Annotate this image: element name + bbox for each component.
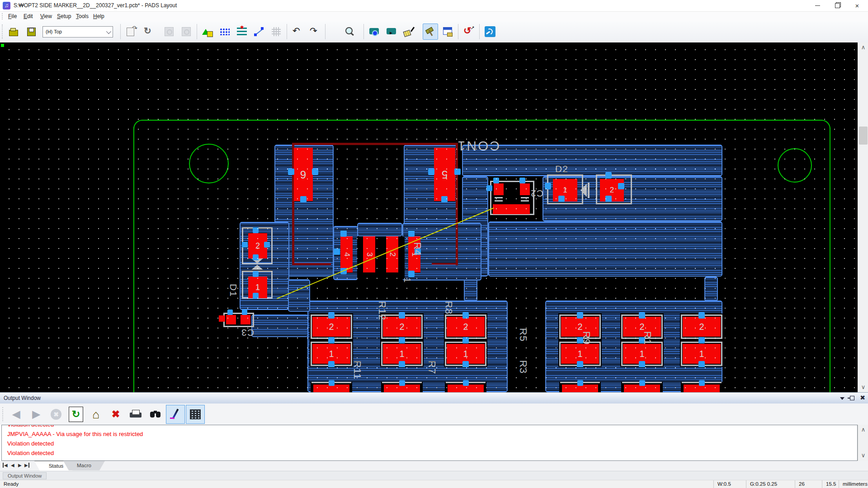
home-button[interactable]: ⌂ <box>86 405 105 424</box>
output-window-dock-label[interactable]: Output Window <box>3 472 47 479</box>
copper-pour[interactable] <box>357 223 402 236</box>
pad[interactable] <box>384 385 420 392</box>
connection-point[interactable] <box>639 312 645 319</box>
connection-point[interactable] <box>399 337 405 343</box>
scroll-up-icon[interactable]: ∧ <box>858 42 868 52</box>
pad[interactable]: 2 <box>386 236 398 272</box>
connection-point[interactable] <box>328 361 335 367</box>
open-button[interactable] <box>6 23 22 40</box>
output-window-titlebar[interactable]: Output Window ✖ <box>0 392 868 404</box>
connection-point[interactable] <box>462 312 469 319</box>
save-button[interactable] <box>24 23 39 40</box>
menu-view[interactable]: View <box>38 13 54 20</box>
connection-point[interactable] <box>698 361 705 367</box>
connection-point[interactable] <box>242 242 248 248</box>
connection-point[interactable] <box>300 196 307 202</box>
restore-button[interactable] <box>828 0 846 11</box>
connection-point[interactable] <box>340 230 347 237</box>
pad[interactable] <box>241 315 250 324</box>
pad[interactable] <box>494 183 504 195</box>
connection-point[interactable] <box>699 380 705 386</box>
connection-point[interactable] <box>558 196 565 202</box>
cam-disabled-button[interactable] <box>179 23 194 40</box>
pad[interactable]: 2 <box>561 317 599 337</box>
board-viewer-button[interactable] <box>367 23 382 40</box>
connection-point[interactable] <box>329 380 335 386</box>
refresh-button[interactable]: ↻ <box>66 405 85 424</box>
verify-design-button[interactable] <box>461 23 476 40</box>
log-grid-button[interactable] <box>186 405 205 424</box>
menu-edit[interactable]: Edit <box>22 13 35 20</box>
connection-point[interactable] <box>462 361 469 367</box>
print-button[interactable] <box>126 405 145 424</box>
connection-point[interactable] <box>399 312 405 319</box>
find-button[interactable] <box>146 405 165 424</box>
forward-button[interactable]: ▶ <box>27 405 46 424</box>
design-toolbar-button[interactable] <box>217 23 232 40</box>
tab-prev-icon[interactable]: ◀ <box>11 463 14 468</box>
zoom-button[interactable] <box>342 23 357 40</box>
back-button[interactable]: ◀ <box>7 405 26 424</box>
menu-setup[interactable]: Setup <box>55 13 73 20</box>
connection-point[interactable] <box>577 312 583 319</box>
scroll-down-icon[interactable]: ∨ <box>858 450 868 460</box>
connection-point[interactable] <box>545 183 551 189</box>
connection-point[interactable] <box>253 227 259 233</box>
copper-pour[interactable] <box>251 314 308 337</box>
drafting-toolbar-button[interactable] <box>200 23 215 40</box>
connection-point[interactable] <box>486 185 492 191</box>
close-button[interactable]: × <box>848 0 866 11</box>
board-navigator-button[interactable] <box>384 23 399 40</box>
copper-pour[interactable] <box>288 279 310 312</box>
pad[interactable] <box>226 315 236 324</box>
scroll-up-icon[interactable]: ∧ <box>858 425 868 435</box>
connection-point[interactable] <box>605 172 612 178</box>
connection-point[interactable] <box>698 337 705 343</box>
pad[interactable] <box>313 385 349 392</box>
output-window-close-icon[interactable]: ✖ <box>860 394 865 401</box>
log-pen-button[interactable] <box>166 405 185 424</box>
copper-pour[interactable] <box>488 221 722 277</box>
pad[interactable]: 1 <box>553 179 577 202</box>
delete-button[interactable]: ✖ <box>106 405 125 424</box>
rotate-button[interactable] <box>141 23 156 40</box>
project-explorer-button[interactable] <box>440 23 455 40</box>
pad[interactable]: 2 <box>383 317 421 337</box>
connection-point[interactable] <box>399 380 405 386</box>
bga-toolbar-button[interactable] <box>269 23 284 40</box>
copper-pour[interactable] <box>462 145 722 176</box>
pad[interactable]: 2 <box>447 317 485 337</box>
connection-point[interactable] <box>463 380 469 386</box>
connection-point[interactable] <box>408 271 415 277</box>
pad[interactable]: 2 <box>600 179 624 202</box>
menu-tools[interactable]: Tools <box>74 13 90 20</box>
pad[interactable] <box>684 385 720 392</box>
connection-point[interactable] <box>288 169 294 175</box>
pad[interactable] <box>520 183 530 195</box>
pad[interactable] <box>493 204 530 214</box>
connection-point[interactable] <box>328 312 335 319</box>
output-message-area[interactable]: Violation detected JMPVIA_AAAAA - Via us… <box>1 425 858 461</box>
connector-outline[interactable] <box>292 263 331 265</box>
output-vertical-scrollbar[interactable]: ∧ ∨ <box>858 425 868 461</box>
connection-point[interactable] <box>253 254 259 260</box>
tab-last-icon[interactable]: ▶ <box>24 463 29 468</box>
mounting-hole[interactable] <box>189 144 229 183</box>
connection-point[interactable] <box>462 337 469 343</box>
mounting-hole[interactable] <box>778 148 812 183</box>
connection-point[interactable] <box>577 361 583 367</box>
pad[interactable]: 3 <box>363 236 375 272</box>
selection-filter-button[interactable] <box>423 23 438 40</box>
pad[interactable]: 6 <box>294 148 313 201</box>
menu-file[interactable]: File <box>6 13 19 20</box>
minimize-button[interactable] <box>808 0 826 11</box>
pad[interactable]: 2 <box>683 317 721 337</box>
connection-point[interactable] <box>493 178 499 183</box>
connector-outline[interactable] <box>432 263 458 265</box>
cancel-button[interactable]: ✖ <box>47 405 66 424</box>
connection-point[interactable] <box>441 196 448 202</box>
connection-point[interactable] <box>519 178 525 183</box>
pad[interactable] <box>624 385 660 392</box>
copper-pour[interactable] <box>704 277 718 301</box>
pad[interactable]: 5 <box>434 148 455 201</box>
